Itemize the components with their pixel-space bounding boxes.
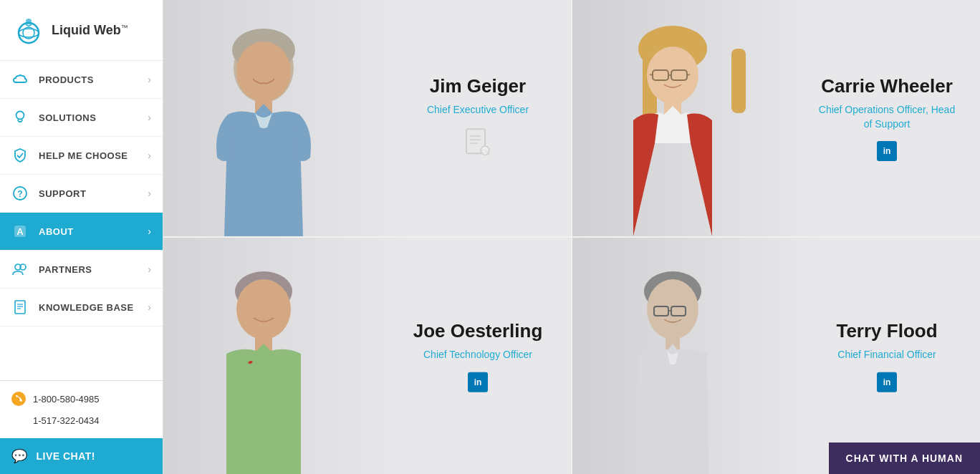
person-info-jim: Jim Geiger Chief Executive Officer CV [406, 75, 549, 161]
phone-number-2: 1-517-322-0434 [33, 415, 100, 426]
question-icon: ? [11, 185, 29, 202]
svg-point-2 [19, 29, 39, 37]
sidebar-item-partners[interactable]: PARTNERS › [0, 251, 163, 289]
cv-icon-jim[interactable]: CV [406, 127, 549, 161]
svg-point-38 [236, 279, 291, 339]
svg-point-19 [236, 42, 291, 102]
person-card-jim-geiger[interactable]: Jim Geiger Chief Executive Officer CV [163, 0, 571, 236]
person-card-carrie-wheeler[interactable]: Carrie Wheeler Chief Operations Officer,… [572, 0, 980, 236]
logo-area[interactable]: Liquid Web™ [0, 0, 163, 61]
a-letter-icon: A [11, 223, 29, 240]
sidebar-item-solutions[interactable]: SOLUTIONS › [0, 99, 163, 137]
people-icon [11, 261, 29, 278]
chat-human-label: CHAT WITH A HUMAN [846, 453, 963, 464]
svg-line-35 [687, 74, 690, 75]
sidebar-item-support-label: SUPPORT [39, 188, 148, 199]
sidebar-item-partners-label: PARTNERS [39, 264, 148, 275]
sidebar-item-help[interactable]: HELP ME CHOOSE › [0, 137, 163, 175]
person-name-terry: Terry Flood [815, 320, 959, 342]
chat-icon: 💬 [11, 448, 28, 464]
svg-point-4 [16, 112, 24, 120]
svg-rect-29 [731, 49, 746, 113]
sidebar-item-solutions-label: SOLUTIONS [39, 112, 148, 123]
svg-text:CV: CV [481, 148, 489, 155]
phone-icon-2 [11, 413, 26, 427]
person-info-joe: Joe Oesterling Chief Technology Officer … [406, 320, 549, 392]
svg-text:?: ? [17, 189, 22, 199]
live-chat-label: LIVE CHAT! [37, 450, 96, 462]
sidebar-item-support[interactable]: ? SUPPORT › [0, 175, 163, 213]
chevron-right-icon-7: › [148, 301, 151, 313]
svg-point-3 [26, 19, 32, 24]
sidebar-item-products-label: PRODUCTS [39, 74, 148, 85]
sidebar-item-knowledge-base[interactable]: KNOWLEDGE BASE › [0, 289, 163, 327]
book-icon [11, 299, 29, 316]
phone-number-1: 1-800-580-4985 [33, 394, 100, 405]
svg-rect-12 [15, 301, 25, 314]
linkedin-badge-terry[interactable]: in [877, 372, 897, 392]
brand-name: Liquid Web™ [52, 23, 128, 38]
person-name-joe: Joe Oesterling [406, 320, 549, 342]
linkedin-badge-joe[interactable]: in [468, 372, 488, 392]
sidebar-item-help-label: HELP ME CHOOSE [39, 150, 148, 161]
chevron-right-icon-4: › [148, 188, 151, 199]
linkedin-badge-carrie[interactable]: in [877, 141, 897, 161]
person-title-joe: Chief Technology Officer [406, 348, 549, 362]
chevron-right-icon-5: › [148, 226, 151, 237]
sidebar-item-products[interactable]: PRODUCTS › [0, 61, 163, 99]
person-card-joe-oesterling[interactable]: Joe Oesterling Chief Technology Officer … [163, 238, 571, 474]
person-card-terry-flood[interactable]: Terry Flood Chief Financial Officer in [572, 238, 980, 474]
person-info-terry: Terry Flood Chief Financial Officer in [815, 320, 959, 392]
navigation: PRODUCTS › SOLUTIONS › HE [0, 61, 163, 380]
person-title-terry: Chief Financial Officer [815, 348, 959, 362]
person-info-carrie: Carrie Wheeler Chief Operations Officer,… [815, 75, 959, 161]
sidebar-item-about[interactable]: A ABOUT › [0, 213, 163, 251]
person-name-jim: Jim Geiger [406, 75, 549, 97]
svg-line-34 [650, 74, 653, 75]
chevron-right-icon: › [148, 74, 151, 85]
cloud-icon [11, 71, 29, 88]
chevron-right-icon-2: › [148, 112, 151, 123]
svg-point-30 [647, 47, 698, 104]
check-shield-icon [11, 147, 29, 164]
person-name-carrie: Carrie Wheeler [815, 75, 959, 97]
main-content: Jim Geiger Chief Executive Officer CV [163, 0, 980, 474]
chevron-right-icon-3: › [148, 150, 151, 161]
phone-section: 1-800-580-4985 1-517-322-0434 [0, 380, 163, 438]
phone-row-2[interactable]: 1-517-322-0434 [11, 410, 151, 431]
chat-with-human-button[interactable]: CHAT WITH A HUMAN [829, 442, 980, 474]
person-title-jim: Chief Executive Officer [406, 103, 549, 117]
sidebar-item-knowledge-base-label: KNOWLEDGE BASE [39, 302, 148, 313]
phone-row-1[interactable]: 1-800-580-4985 [11, 388, 151, 410]
sidebar-item-about-label: ABOUT [39, 226, 148, 237]
sidebar: Liquid Web™ PRODUCTS › SOLUTIONS [0, 0, 163, 474]
person-title-carrie: Chief Operations Officer, Head of Suppor… [815, 103, 959, 131]
bulb-icon [11, 109, 29, 126]
logo-icon [11, 13, 46, 47]
live-chat-button[interactable]: 💬 LIVE CHAT! [0, 438, 163, 474]
chevron-right-icon-6: › [148, 263, 151, 275]
phone-icon-1 [11, 392, 26, 406]
svg-text:A: A [16, 226, 24, 237]
